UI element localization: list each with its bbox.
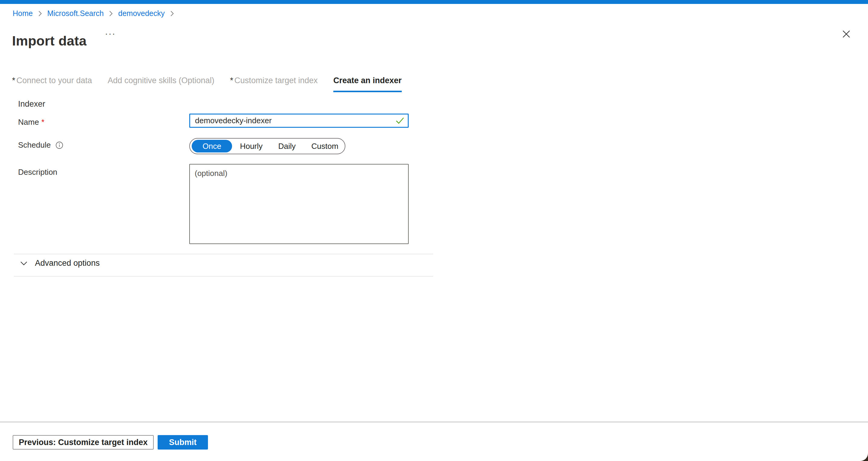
required-marker: * bbox=[230, 76, 233, 85]
breadcrumb-demovedecky[interactable]: demovedecky bbox=[118, 9, 164, 18]
indexer-section-heading: Indexer bbox=[18, 99, 45, 109]
tab-connect-to-your-data[interactable]: *Connect to your data bbox=[12, 76, 92, 92]
schedule-segmented-control: Once Hourly Daily Custom bbox=[189, 138, 345, 154]
info-icon[interactable] bbox=[56, 141, 63, 149]
chevron-down-icon bbox=[19, 260, 28, 267]
page-title: Import data bbox=[12, 33, 87, 49]
schedule-label-text: Schedule bbox=[18, 141, 51, 150]
submit-button[interactable]: Submit bbox=[158, 435, 208, 450]
divider bbox=[14, 254, 433, 254]
divider bbox=[14, 276, 433, 277]
more-options-icon[interactable]: ··· bbox=[105, 29, 116, 38]
previous-step-button[interactable]: Previous: Customize target index bbox=[13, 435, 154, 450]
valid-check-icon bbox=[396, 117, 404, 126]
tab-label: Create an indexer bbox=[333, 76, 402, 85]
name-label-text: Name bbox=[18, 118, 39, 127]
tab-create-an-indexer[interactable]: Create an indexer bbox=[333, 76, 402, 92]
tab-label: Connect to your data bbox=[17, 76, 92, 85]
close-icon[interactable] bbox=[841, 28, 852, 40]
chevron-right-icon bbox=[108, 10, 113, 18]
description-textarea[interactable] bbox=[189, 164, 409, 244]
schedule-option-hourly[interactable]: Hourly bbox=[232, 140, 270, 152]
chevron-right-icon bbox=[38, 10, 42, 18]
tab-add-cognitive-skills[interactable]: Add cognitive skills (Optional) bbox=[107, 76, 214, 92]
name-field-wrap bbox=[189, 114, 409, 128]
schedule-option-custom[interactable]: Custom bbox=[304, 140, 346, 152]
chevron-right-icon bbox=[170, 10, 175, 18]
wizard-tabs: *Connect to your data Add cognitive skil… bbox=[12, 76, 402, 92]
advanced-options-label: Advanced options bbox=[35, 258, 100, 268]
name-label: Name * bbox=[18, 118, 44, 127]
breadcrumb-microsoft-search[interactable]: Microsoft.Search bbox=[47, 9, 104, 18]
breadcrumb-home[interactable]: Home bbox=[13, 9, 33, 18]
tab-customize-target-index[interactable]: *Customize target index bbox=[230, 76, 318, 92]
tab-label: Add cognitive skills (Optional) bbox=[107, 76, 214, 85]
description-label-text: Description bbox=[18, 167, 57, 177]
indexer-name-input[interactable] bbox=[189, 114, 409, 128]
schedule-option-daily[interactable]: Daily bbox=[270, 140, 304, 152]
import-data-page: Home Microsoft.Search demovedecky Import… bbox=[0, 0, 868, 461]
top-accent-bar bbox=[0, 0, 868, 4]
tab-label: Customize target index bbox=[235, 76, 318, 85]
schedule-option-once[interactable]: Once bbox=[192, 140, 232, 152]
schedule-label: Schedule bbox=[18, 141, 63, 150]
footer-divider bbox=[0, 422, 868, 423]
description-label: Description bbox=[18, 167, 57, 177]
advanced-options-toggle[interactable]: Advanced options bbox=[19, 258, 100, 268]
required-marker: * bbox=[12, 76, 16, 85]
required-asterisk: * bbox=[41, 118, 44, 127]
breadcrumb: Home Microsoft.Search demovedecky bbox=[13, 9, 179, 18]
desktop-corner-artifact bbox=[847, 451, 868, 461]
